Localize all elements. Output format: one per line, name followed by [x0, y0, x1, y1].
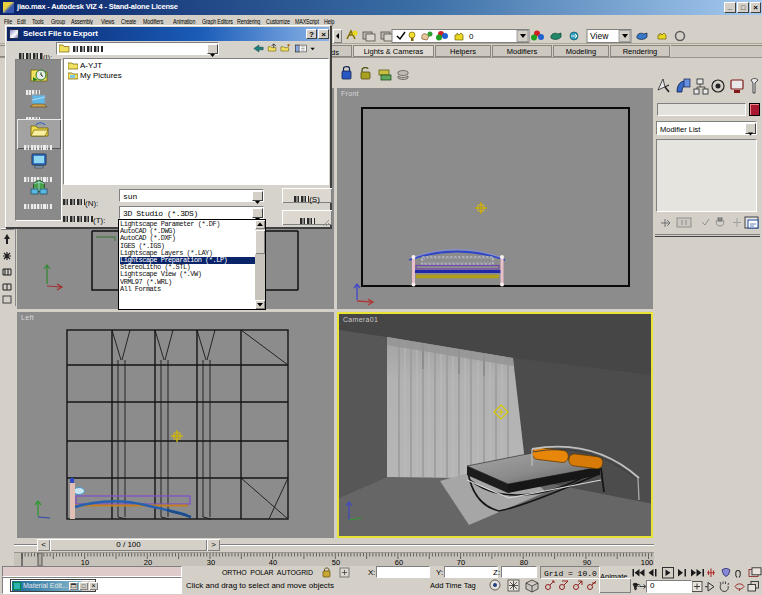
svg-text:0: 0 [469, 32, 474, 41]
svg-text:View: View [590, 31, 609, 41]
